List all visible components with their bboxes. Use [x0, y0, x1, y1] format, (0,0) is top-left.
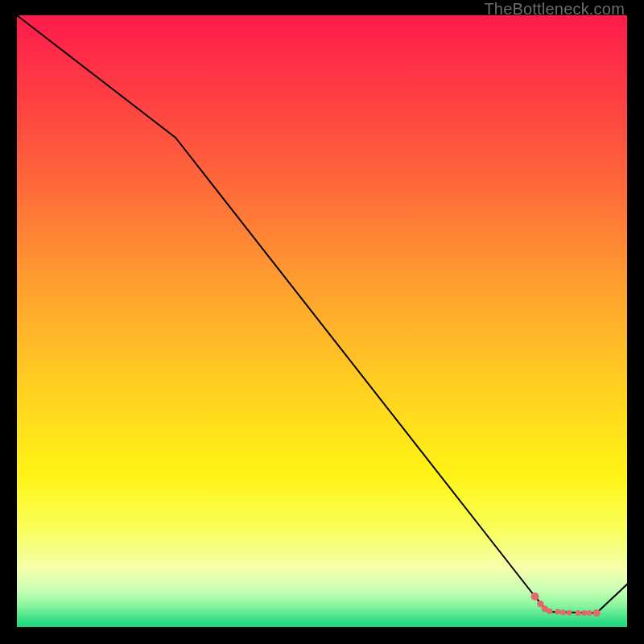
chart-frame [17, 15, 627, 627]
highlight-marker [555, 609, 560, 615]
bottleneck-chart [17, 15, 627, 627]
highlight-marker [582, 610, 588, 616]
highlight-marker [593, 609, 601, 617]
highlight-marker [567, 610, 572, 616]
highlight-marker [560, 609, 566, 615]
highlight-marker [547, 609, 552, 614]
chart-background [17, 15, 627, 627]
highlight-marker [576, 610, 581, 616]
watermark-text: TheBottleneck.com [484, 0, 625, 19]
highlight-marker [531, 592, 539, 601]
highlight-marker [587, 610, 592, 616]
